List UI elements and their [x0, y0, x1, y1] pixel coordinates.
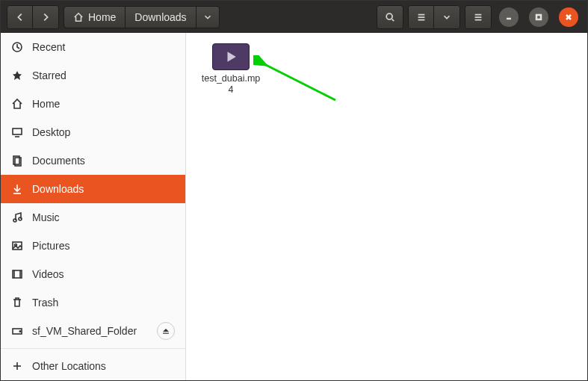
menu-group	[465, 5, 492, 29]
file-pane[interactable]: test_dubai.mp4	[186, 33, 587, 380]
search-button[interactable]	[377, 6, 403, 28]
videos-icon	[11, 268, 23, 280]
breadcrumb: Home Downloads	[64, 6, 220, 28]
sidebar: Recent Starred Home Desktop Documents Do…	[1, 33, 186, 380]
file-name: test_dubai.mp4	[199, 73, 262, 96]
sidebar-item-starred[interactable]: Starred	[1, 61, 185, 90]
file-item[interactable]: test_dubai.mp4	[199, 43, 262, 96]
eject-button[interactable]	[157, 322, 175, 340]
breadcrumb-menu-button[interactable]	[196, 7, 219, 28]
sidebar-item-recent[interactable]: Recent	[1, 33, 185, 61]
sidebar-item-label: Downloads	[32, 183, 84, 195]
hamburger-button[interactable]	[465, 6, 491, 28]
chevron-down-icon	[202, 12, 213, 22]
forward-button[interactable]	[33, 6, 58, 28]
music-icon	[11, 211, 23, 223]
svg-marker-13	[13, 71, 22, 80]
main-body: Recent Starred Home Desktop Documents Do…	[1, 33, 587, 380]
sidebar-item-label: sf_VM_Shared_Folder	[32, 325, 137, 337]
sidebar-item-label: Desktop	[32, 126, 70, 138]
svg-rect-14	[13, 128, 22, 134]
svg-point-20	[13, 219, 16, 222]
svg-point-0	[386, 13, 392, 19]
breadcrumb-current-label: Downloads	[134, 11, 186, 23]
list-icon	[416, 12, 427, 22]
sidebar-item-label: Documents	[32, 155, 85, 167]
home-icon	[73, 12, 84, 22]
documents-icon	[11, 155, 23, 167]
sidebar-item-label: Home	[32, 98, 60, 110]
close-button[interactable]	[559, 7, 578, 27]
drive-icon	[11, 325, 23, 337]
back-button[interactable]	[7, 6, 33, 28]
pictures-icon	[11, 240, 23, 252]
sidebar-item-label: Starred	[32, 69, 66, 81]
menu-icon	[473, 12, 483, 22]
sidebar-item-label: Music	[32, 211, 60, 223]
svg-point-21	[19, 217, 22, 220]
search-group	[377, 5, 403, 29]
sidebar-item-shared-folder[interactable]: sf_VM_Shared_Folder	[1, 317, 185, 345]
view-options-button[interactable]	[434, 6, 459, 28]
breadcrumb-home[interactable]: Home	[64, 7, 126, 28]
breadcrumb-home-label: Home	[88, 11, 116, 23]
home-icon	[11, 98, 23, 110]
clock-icon	[11, 41, 23, 53]
svg-line-1	[392, 19, 394, 21]
sidebar-item-other-locations[interactable]: Other Locations	[1, 352, 185, 380]
svg-rect-30	[163, 333, 169, 334]
trash-icon	[11, 297, 23, 309]
search-icon	[385, 12, 395, 22]
eject-icon	[162, 327, 170, 335]
play-icon	[224, 50, 238, 64]
video-thumbnail	[212, 43, 250, 70]
sidebar-item-pictures[interactable]: Pictures	[1, 232, 185, 260]
sidebar-item-label: Trash	[32, 297, 58, 309]
svg-marker-33	[228, 52, 236, 62]
svg-line-35	[264, 64, 335, 100]
sidebar-item-label: Pictures	[32, 240, 70, 252]
star-icon	[11, 69, 23, 81]
plus-icon	[11, 360, 23, 372]
downloads-icon	[11, 183, 23, 195]
chevron-down-icon	[442, 12, 452, 22]
sidebar-separator	[1, 348, 185, 349]
view-group	[408, 5, 460, 29]
sidebar-item-home[interactable]: Home	[1, 90, 185, 118]
sidebar-item-trash[interactable]: Trash	[1, 288, 185, 317]
sidebar-item-documents[interactable]: Documents	[1, 146, 185, 175]
sidebar-item-music[interactable]: Music	[1, 203, 185, 232]
minimize-button[interactable]	[499, 7, 519, 27]
nav-group	[7, 5, 59, 29]
sidebar-item-videos[interactable]: Videos	[1, 260, 185, 288]
sidebar-item-label: Recent	[32, 41, 65, 53]
sidebar-item-label: Other Locations	[32, 360, 106, 372]
sidebar-item-label: Videos	[32, 268, 64, 280]
svg-marker-29	[163, 329, 169, 332]
svg-point-28	[19, 331, 21, 332]
breadcrumb-current[interactable]: Downloads	[126, 7, 196, 28]
desktop-icon	[11, 126, 23, 138]
svg-rect-9	[536, 15, 541, 19]
titlebar: Home Downloads	[1, 1, 587, 33]
maximize-button[interactable]	[529, 7, 548, 27]
sidebar-item-downloads[interactable]: Downloads	[1, 175, 185, 203]
list-view-button[interactable]	[409, 6, 434, 28]
sidebar-item-desktop[interactable]: Desktop	[1, 118, 185, 146]
annotation-arrow	[253, 55, 343, 108]
